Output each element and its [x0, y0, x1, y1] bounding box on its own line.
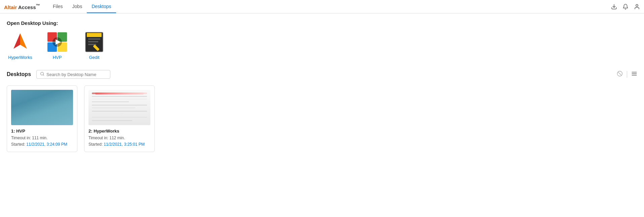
navbar-right: [611, 4, 640, 10]
card-hvp-info: Timeout in: 111 min. Started: 11/2/2021,…: [11, 135, 73, 148]
desktops-controls: [617, 71, 637, 78]
card-hyperworks-timeout: Timeout in: 112 min.: [88, 135, 150, 141]
svg-marker-2: [13, 33, 20, 49]
app-hvp[interactable]: HVP: [44, 31, 71, 60]
hyperworks-svg-icon: [10, 32, 30, 52]
nav-links: Files Jobs Desktops: [48, 0, 116, 13]
controls-divider: [627, 71, 627, 78]
svg-marker-3: [20, 33, 27, 49]
app-gedit[interactable]: Gedit: [81, 31, 108, 60]
hyperworks-icon-img: [9, 31, 31, 53]
bell-icon[interactable]: [622, 4, 629, 10]
card-hvp-started: Started: 11/2/2021, 3:24:09 PM: [11, 141, 73, 148]
gedit-icon-img: [83, 31, 105, 53]
svg-point-1: [636, 4, 638, 6]
desktop-card-hyperworks[interactable]: 2: HyperWorks Timeout in: 112 min. Start…: [84, 85, 155, 152]
thumbnail-hvp-bg: [11, 90, 73, 125]
thumbnail-hyperworks-bg: [88, 90, 150, 125]
search-input[interactable]: [46, 72, 107, 77]
nav-jobs[interactable]: Jobs: [68, 0, 87, 13]
app-hyperworks[interactable]: HyperWorks: [7, 31, 34, 60]
svg-rect-15: [88, 41, 98, 42]
download-icon[interactable]: [611, 4, 617, 10]
hyperworks-label: HyperWorks: [8, 55, 32, 60]
nav-files[interactable]: Files: [48, 0, 68, 13]
gedit-svg-icon: [84, 32, 104, 52]
card-hvp-name: 1: HVP: [11, 129, 73, 134]
card-hyperworks-name: 2: HyperWorks: [88, 129, 150, 134]
app-icons-row: HyperWorks HVP: [7, 31, 637, 60]
desktops-header: Desktops: [7, 70, 637, 79]
desktop-card-hvp[interactable]: 1: HVP Timeout in: 111 min. Started: 11/…: [7, 85, 77, 152]
svg-line-19: [43, 75, 44, 75]
card-hvp-started-date: 11/2/2021, 3:24:09 PM: [26, 142, 67, 147]
svg-line-21: [618, 72, 622, 75]
thumbnail-hyperworks: [88, 90, 150, 125]
card-hyperworks-started: Started: 11/2/2021, 3:25:01 PM: [88, 141, 150, 148]
hvp-svg-icon: [47, 32, 68, 52]
hvp-label: HVP: [53, 55, 62, 60]
nav-desktops[interactable]: Desktops: [87, 0, 116, 13]
search-icon: [40, 72, 44, 77]
card-hvp-started-label: Started:: [11, 142, 26, 147]
brand-altair: Altair: [4, 4, 17, 10]
card-hyperworks-started-label: Started:: [88, 142, 104, 147]
card-hvp-timeout: Timeout in: 111 min.: [11, 135, 73, 141]
brand-logo: Altair Access™: [4, 3, 40, 10]
main-content: Open Desktop Using: HyperWorks: [0, 13, 644, 159]
card-hyperworks-info: Timeout in: 112 min. Started: 11/2/2021,…: [88, 135, 150, 148]
card-hyperworks-started-date: 11/2/2021, 3:25:01 PM: [104, 142, 144, 147]
navbar: Altair Access™ Files Jobs Desktops: [0, 0, 644, 13]
list-view-icon[interactable]: [631, 71, 637, 78]
filter-icon[interactable]: [617, 71, 623, 78]
desktop-cards: 1: HVP Timeout in: 111 min. Started: 11/…: [7, 85, 637, 152]
desktops-section-title: Desktops: [7, 71, 31, 77]
svg-rect-13: [87, 33, 102, 37]
search-box[interactable]: [36, 70, 110, 79]
gedit-label: Gedit: [89, 55, 99, 60]
user-icon[interactable]: [634, 4, 640, 10]
brand-trademark: ™: [36, 3, 40, 8]
open-desktop-title: Open Desktop Using:: [7, 20, 637, 26]
hvp-icon-img: [46, 31, 68, 53]
thumbnail-hvp: [11, 90, 73, 125]
svg-rect-14: [88, 38, 100, 40]
